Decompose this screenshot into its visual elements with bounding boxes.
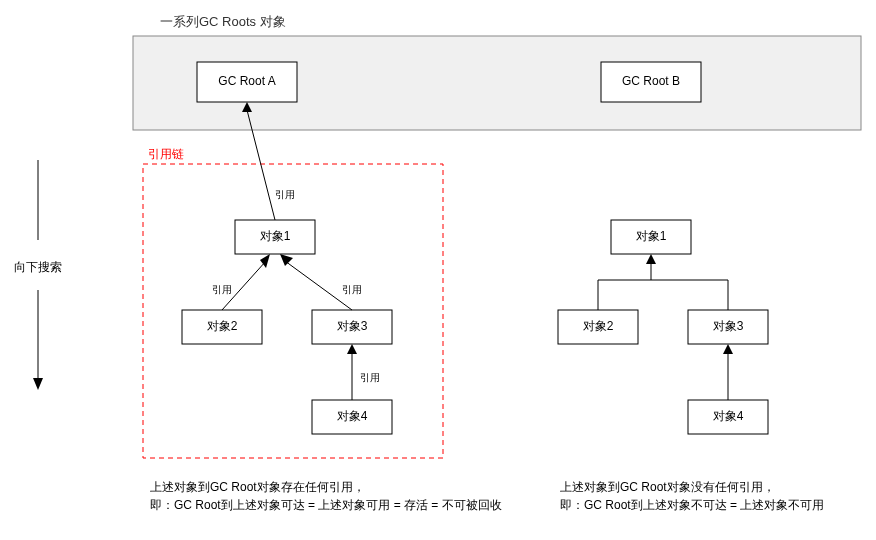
right-edge-obj3-obj1	[651, 280, 728, 310]
gc-root-a-label: GC Root A	[218, 74, 275, 88]
left-caption-1: 上述对象到GC Root对象存在任何引用，	[150, 480, 365, 494]
ref-chain-label: 引用链	[148, 147, 184, 161]
left-edge-obj2-obj1-label: 引用	[212, 284, 232, 295]
right-obj3-label: 对象3	[713, 319, 744, 333]
left-obj3-label: 对象3	[337, 319, 368, 333]
diagram-title: 一系列GC Roots 对象	[160, 14, 286, 29]
right-obj4-label: 对象4	[713, 409, 744, 423]
right-arrow-obj4-obj3	[723, 344, 733, 354]
left-obj2-label: 对象2	[207, 319, 238, 333]
left-obj1-label: 对象1	[260, 229, 291, 243]
gc-root-b-label: GC Root B	[622, 74, 680, 88]
right-obj1-label: 对象1	[636, 229, 667, 243]
left-caption-2: 即：GC Root到上述对象可达 = 上述对象可用 = 存活 = 不可被回收	[150, 498, 502, 512]
search-down-label: 向下搜索	[14, 260, 62, 274]
right-caption-1: 上述对象到GC Root对象没有任何引用，	[560, 480, 775, 494]
right-arrow-obj2-obj1	[646, 254, 656, 264]
left-edge-obj1-root-label: 引用	[275, 189, 295, 200]
left-arrow-obj4-obj3	[347, 344, 357, 354]
gc-roots-diagram: 一系列GC Roots 对象 GC Root A GC Root B 引用链 对…	[0, 0, 876, 540]
left-edge-obj3-obj1-label: 引用	[342, 284, 362, 295]
right-edge-obj2-obj1	[598, 262, 651, 310]
left-arrow-obj3-obj1	[280, 254, 293, 266]
left-obj4-label: 对象4	[337, 409, 368, 423]
right-obj2-label: 对象2	[583, 319, 614, 333]
right-caption-2: 即：GC Root到上述对象不可达 = 上述对象不可用	[560, 498, 824, 512]
search-down-arrowhead	[33, 378, 43, 390]
left-edge-obj4-obj3-label: 引用	[360, 372, 380, 383]
